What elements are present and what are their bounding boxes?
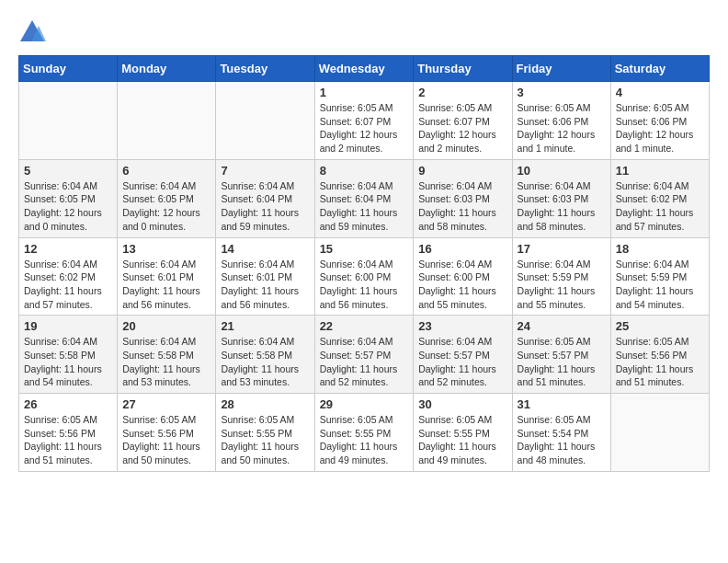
day-info: Sunrise: 6:04 AM Sunset: 6:03 PM Dayligh… bbox=[518, 179, 606, 234]
calendar-week-row: 12Sunrise: 6:04 AM Sunset: 6:02 PM Dayli… bbox=[19, 237, 710, 316]
day-info: Sunrise: 6:04 AM Sunset: 6:05 PM Dayligh… bbox=[122, 179, 210, 234]
day-info: Sunrise: 6:04 AM Sunset: 6:04 PM Dayligh… bbox=[221, 179, 309, 234]
day-number: 28 bbox=[221, 397, 309, 411]
day-info: Sunrise: 6:05 AM Sunset: 6:06 PM Dayligh… bbox=[616, 101, 704, 155]
day-number: 9 bbox=[418, 164, 506, 178]
day-number: 8 bbox=[320, 164, 409, 178]
day-info: Sunrise: 6:05 AM Sunset: 5:56 PM Dayligh… bbox=[616, 335, 704, 389]
calendar-cell: 16Sunrise: 6:04 AM Sunset: 6:00 PM Dayli… bbox=[414, 237, 512, 316]
calendar-cell: 26Sunrise: 6:05 AM Sunset: 5:56 PM Dayli… bbox=[19, 394, 118, 472]
calendar-cell: 21Sunrise: 6:04 AM Sunset: 5:58 PM Dayli… bbox=[216, 316, 314, 394]
day-number: 13 bbox=[122, 242, 210, 256]
calendar-cell: 13Sunrise: 6:04 AM Sunset: 6:01 PM Dayli… bbox=[118, 237, 216, 316]
calendar-cell: 30Sunrise: 6:05 AM Sunset: 5:55 PM Dayli… bbox=[414, 394, 512, 472]
calendar-cell: 28Sunrise: 6:05 AM Sunset: 5:55 PM Dayli… bbox=[216, 394, 314, 472]
calendar-cell bbox=[216, 82, 314, 160]
day-number: 19 bbox=[24, 319, 112, 333]
day-number: 2 bbox=[418, 86, 506, 99]
day-info: Sunrise: 6:04 AM Sunset: 5:58 PM Dayligh… bbox=[24, 335, 112, 389]
day-number: 31 bbox=[518, 397, 606, 411]
calendar-cell: 22Sunrise: 6:04 AM Sunset: 5:57 PM Dayli… bbox=[314, 316, 414, 394]
day-number: 26 bbox=[24, 397, 112, 411]
calendar-cell: 29Sunrise: 6:05 AM Sunset: 5:55 PM Dayli… bbox=[314, 394, 414, 472]
day-info: Sunrise: 6:04 AM Sunset: 5:57 PM Dayligh… bbox=[418, 335, 506, 389]
day-number: 1 bbox=[320, 86, 409, 99]
day-info: Sunrise: 6:04 AM Sunset: 6:00 PM Dayligh… bbox=[320, 258, 409, 312]
calendar-cell: 31Sunrise: 6:05 AM Sunset: 5:54 PM Dayli… bbox=[512, 394, 610, 472]
day-number: 25 bbox=[616, 319, 704, 333]
calendar-week-row: 5Sunrise: 6:04 AM Sunset: 6:05 PM Daylig… bbox=[19, 159, 710, 237]
calendar-header-row: SundayMondayTuesdayWednesdayThursdayFrid… bbox=[19, 56, 710, 82]
day-number: 22 bbox=[320, 319, 409, 333]
day-info: Sunrise: 6:05 AM Sunset: 5:56 PM Dayligh… bbox=[24, 413, 112, 467]
day-number: 7 bbox=[221, 164, 309, 178]
calendar-cell: 23Sunrise: 6:04 AM Sunset: 5:57 PM Dayli… bbox=[414, 316, 512, 394]
day-number: 30 bbox=[418, 397, 506, 411]
header bbox=[18, 18, 710, 46]
calendar-cell bbox=[610, 394, 709, 472]
day-number: 12 bbox=[24, 242, 112, 256]
weekday-header-friday: Friday bbox=[512, 56, 610, 82]
calendar-cell: 2Sunrise: 6:05 AM Sunset: 6:07 PM Daylig… bbox=[414, 82, 512, 160]
day-info: Sunrise: 6:05 AM Sunset: 5:54 PM Dayligh… bbox=[518, 413, 606, 467]
day-info: Sunrise: 6:04 AM Sunset: 6:00 PM Dayligh… bbox=[418, 258, 506, 312]
calendar-cell: 14Sunrise: 6:04 AM Sunset: 6:01 PM Dayli… bbox=[216, 237, 314, 316]
weekday-header-thursday: Thursday bbox=[414, 56, 512, 82]
day-number: 6 bbox=[122, 164, 210, 178]
day-info: Sunrise: 6:05 AM Sunset: 5:55 PM Dayligh… bbox=[320, 413, 409, 467]
day-number: 15 bbox=[320, 242, 409, 256]
calendar-cell: 6Sunrise: 6:04 AM Sunset: 6:05 PM Daylig… bbox=[118, 159, 216, 237]
day-info: Sunrise: 6:04 AM Sunset: 5:59 PM Dayligh… bbox=[518, 258, 606, 312]
calendar-cell: 1Sunrise: 6:05 AM Sunset: 6:07 PM Daylig… bbox=[314, 82, 414, 160]
day-number: 29 bbox=[320, 397, 409, 411]
weekday-header-monday: Monday bbox=[118, 56, 216, 82]
day-info: Sunrise: 6:04 AM Sunset: 5:58 PM Dayligh… bbox=[122, 335, 210, 389]
day-info: Sunrise: 6:04 AM Sunset: 6:04 PM Dayligh… bbox=[320, 179, 409, 234]
day-number: 20 bbox=[122, 319, 210, 333]
weekday-header-tuesday: Tuesday bbox=[216, 56, 314, 82]
day-info: Sunrise: 6:04 AM Sunset: 6:03 PM Dayligh… bbox=[418, 179, 506, 234]
day-number: 27 bbox=[122, 397, 210, 411]
day-info: Sunrise: 6:05 AM Sunset: 5:56 PM Dayligh… bbox=[122, 413, 210, 467]
calendar-week-row: 1Sunrise: 6:05 AM Sunset: 6:07 PM Daylig… bbox=[19, 82, 710, 160]
day-info: Sunrise: 6:04 AM Sunset: 6:01 PM Dayligh… bbox=[221, 258, 309, 312]
day-number: 23 bbox=[418, 319, 506, 333]
calendar-cell: 25Sunrise: 6:05 AM Sunset: 5:56 PM Dayli… bbox=[610, 316, 709, 394]
day-info: Sunrise: 6:04 AM Sunset: 6:05 PM Dayligh… bbox=[24, 179, 112, 234]
day-info: Sunrise: 6:05 AM Sunset: 5:55 PM Dayligh… bbox=[221, 413, 309, 467]
calendar-table: SundayMondayTuesdayWednesdayThursdayFrid… bbox=[18, 55, 710, 472]
calendar-cell: 9Sunrise: 6:04 AM Sunset: 6:03 PM Daylig… bbox=[414, 159, 512, 237]
day-number: 24 bbox=[518, 319, 606, 333]
day-info: Sunrise: 6:05 AM Sunset: 6:07 PM Dayligh… bbox=[320, 101, 409, 155]
calendar-cell bbox=[19, 82, 118, 160]
weekday-header-saturday: Saturday bbox=[610, 56, 709, 82]
day-number: 10 bbox=[518, 164, 606, 178]
day-number: 5 bbox=[24, 164, 112, 178]
calendar-cell: 17Sunrise: 6:04 AM Sunset: 5:59 PM Dayli… bbox=[512, 237, 610, 316]
logo-icon bbox=[18, 18, 46, 46]
calendar-cell: 18Sunrise: 6:04 AM Sunset: 5:59 PM Dayli… bbox=[610, 237, 709, 316]
calendar-cell: 19Sunrise: 6:04 AM Sunset: 5:58 PM Dayli… bbox=[19, 316, 118, 394]
calendar-cell: 4Sunrise: 6:05 AM Sunset: 6:06 PM Daylig… bbox=[610, 82, 709, 160]
day-info: Sunrise: 6:05 AM Sunset: 5:57 PM Dayligh… bbox=[518, 335, 606, 389]
day-number: 14 bbox=[221, 242, 309, 256]
day-number: 11 bbox=[616, 164, 704, 178]
calendar-cell: 20Sunrise: 6:04 AM Sunset: 5:58 PM Dayli… bbox=[118, 316, 216, 394]
day-info: Sunrise: 6:05 AM Sunset: 6:07 PM Dayligh… bbox=[418, 101, 506, 155]
calendar-cell: 24Sunrise: 6:05 AM Sunset: 5:57 PM Dayli… bbox=[512, 316, 610, 394]
weekday-header-sunday: Sunday bbox=[19, 56, 118, 82]
calendar-cell: 8Sunrise: 6:04 AM Sunset: 6:04 PM Daylig… bbox=[314, 159, 414, 237]
day-info: Sunrise: 6:04 AM Sunset: 6:02 PM Dayligh… bbox=[24, 258, 112, 312]
calendar-cell: 5Sunrise: 6:04 AM Sunset: 6:05 PM Daylig… bbox=[19, 159, 118, 237]
day-info: Sunrise: 6:04 AM Sunset: 5:59 PM Dayligh… bbox=[616, 258, 704, 312]
day-number: 16 bbox=[418, 242, 506, 256]
calendar-cell: 12Sunrise: 6:04 AM Sunset: 6:02 PM Dayli… bbox=[19, 237, 118, 316]
calendar-cell: 27Sunrise: 6:05 AM Sunset: 5:56 PM Dayli… bbox=[118, 394, 216, 472]
calendar-cell: 15Sunrise: 6:04 AM Sunset: 6:00 PM Dayli… bbox=[314, 237, 414, 316]
day-number: 3 bbox=[518, 86, 606, 99]
calendar-cell: 3Sunrise: 6:05 AM Sunset: 6:06 PM Daylig… bbox=[512, 82, 610, 160]
calendar-week-row: 26Sunrise: 6:05 AM Sunset: 5:56 PM Dayli… bbox=[19, 394, 710, 472]
day-info: Sunrise: 6:04 AM Sunset: 6:01 PM Dayligh… bbox=[122, 258, 210, 312]
day-info: Sunrise: 6:04 AM Sunset: 6:02 PM Dayligh… bbox=[616, 179, 704, 234]
day-number: 17 bbox=[518, 242, 606, 256]
